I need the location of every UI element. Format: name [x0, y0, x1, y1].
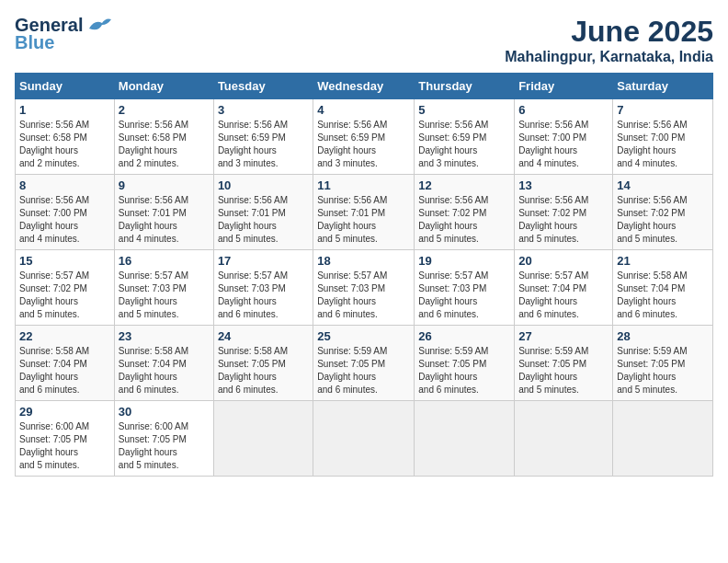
month-title: June 2025: [505, 15, 713, 49]
table-row: 9 Sunrise: 5:56 AM Sunset: 7:01 PM Dayli…: [114, 175, 213, 250]
table-row: [515, 401, 613, 477]
table-row: 14 Sunrise: 5:56 AM Sunset: 7:02 PM Dayl…: [613, 175, 713, 250]
table-row: [415, 401, 515, 477]
logo-bird-icon: [87, 16, 111, 34]
location-title: Mahalingpur, Karnataka, India: [505, 49, 713, 65]
day-info: Sunrise: 5:58 AM Sunset: 7:05 PM Dayligh…: [218, 345, 309, 396]
table-row: 29 Sunrise: 6:00 AM Sunset: 7:05 PM Dayl…: [16, 401, 115, 477]
day-info: Sunrise: 5:56 AM Sunset: 7:00 PM Dayligh…: [518, 119, 609, 170]
weekday-header-row: Sunday Monday Tuesday Wednesday Thursday…: [16, 74, 713, 99]
table-row: 17 Sunrise: 5:57 AM Sunset: 7:03 PM Dayl…: [213, 250, 313, 326]
day-number: 9: [119, 178, 210, 192]
logo-blue: Blue: [15, 32, 54, 53]
day-number: 15: [19, 254, 110, 268]
day-number: 19: [418, 254, 510, 268]
table-row: 3 Sunrise: 5:56 AM Sunset: 6:59 PM Dayli…: [213, 99, 313, 175]
table-row: 24 Sunrise: 5:58 AM Sunset: 7:05 PM Dayl…: [213, 326, 313, 401]
table-row: [313, 401, 415, 477]
header-tuesday: Tuesday: [213, 74, 313, 99]
table-row: 1 Sunrise: 5:56 AM Sunset: 6:58 PM Dayli…: [16, 99, 115, 175]
table-row: [213, 401, 313, 477]
calendar-week-row: 8 Sunrise: 5:56 AM Sunset: 7:00 PM Dayli…: [16, 175, 713, 250]
day-info: Sunrise: 5:57 AM Sunset: 7:03 PM Dayligh…: [218, 270, 309, 321]
logo: General Blue: [15, 15, 111, 53]
table-row: 20 Sunrise: 5:57 AM Sunset: 7:04 PM Dayl…: [515, 250, 613, 326]
day-info: Sunrise: 5:56 AM Sunset: 7:02 PM Dayligh…: [617, 194, 709, 246]
day-number: 26: [418, 329, 510, 343]
day-info: Sunrise: 5:56 AM Sunset: 6:59 PM Dayligh…: [218, 119, 309, 170]
day-number: 12: [418, 178, 510, 192]
header-sunday: Sunday: [16, 74, 115, 99]
day-number: 4: [317, 103, 410, 117]
table-row: 19 Sunrise: 5:57 AM Sunset: 7:03 PM Dayl…: [415, 250, 515, 326]
day-info: Sunrise: 5:56 AM Sunset: 7:01 PM Dayligh…: [218, 194, 309, 246]
day-number: 3: [218, 103, 309, 117]
day-info: Sunrise: 5:57 AM Sunset: 7:03 PM Dayligh…: [317, 270, 410, 321]
day-number: 25: [317, 329, 410, 343]
calendar-table: Sunday Monday Tuesday Wednesday Thursday…: [15, 73, 713, 477]
table-row: 21 Sunrise: 5:58 AM Sunset: 7:04 PM Dayl…: [613, 250, 713, 326]
table-row: [613, 401, 713, 477]
day-number: 2: [119, 103, 210, 117]
header-saturday: Saturday: [613, 74, 713, 99]
day-info: Sunrise: 5:59 AM Sunset: 7:05 PM Dayligh…: [518, 345, 609, 396]
day-number: 20: [518, 254, 609, 268]
day-info: Sunrise: 5:56 AM Sunset: 7:02 PM Dayligh…: [418, 194, 510, 246]
day-info: Sunrise: 5:57 AM Sunset: 7:03 PM Dayligh…: [418, 270, 510, 321]
header-wednesday: Wednesday: [313, 74, 415, 99]
day-info: Sunrise: 5:58 AM Sunset: 7:04 PM Dayligh…: [617, 270, 709, 321]
calendar-week-row: 22 Sunrise: 5:58 AM Sunset: 7:04 PM Dayl…: [16, 326, 713, 401]
day-info: Sunrise: 5:59 AM Sunset: 7:05 PM Dayligh…: [418, 345, 510, 396]
day-number: 14: [617, 178, 709, 192]
day-info: Sunrise: 5:57 AM Sunset: 7:02 PM Dayligh…: [19, 270, 110, 321]
header-monday: Monday: [114, 74, 213, 99]
table-row: 30 Sunrise: 6:00 AM Sunset: 7:05 PM Dayl…: [114, 401, 213, 477]
day-info: Sunrise: 5:56 AM Sunset: 7:01 PM Dayligh…: [317, 194, 410, 246]
table-row: 26 Sunrise: 5:59 AM Sunset: 7:05 PM Dayl…: [415, 326, 515, 401]
day-info: Sunrise: 5:56 AM Sunset: 6:59 PM Dayligh…: [317, 119, 410, 170]
table-row: 27 Sunrise: 5:59 AM Sunset: 7:05 PM Dayl…: [515, 326, 613, 401]
day-info: Sunrise: 5:56 AM Sunset: 6:59 PM Dayligh…: [418, 119, 510, 170]
day-info: Sunrise: 5:56 AM Sunset: 7:00 PM Dayligh…: [617, 119, 709, 170]
day-info: Sunrise: 5:58 AM Sunset: 7:04 PM Dayligh…: [19, 345, 110, 396]
table-row: 6 Sunrise: 5:56 AM Sunset: 7:00 PM Dayli…: [515, 99, 613, 175]
day-number: 21: [617, 254, 709, 268]
day-number: 1: [19, 103, 110, 117]
day-info: Sunrise: 5:59 AM Sunset: 7:05 PM Dayligh…: [317, 345, 410, 396]
day-info: Sunrise: 5:56 AM Sunset: 6:58 PM Dayligh…: [19, 119, 110, 170]
table-row: 28 Sunrise: 5:59 AM Sunset: 7:05 PM Dayl…: [613, 326, 713, 401]
table-row: 11 Sunrise: 5:56 AM Sunset: 7:01 PM Dayl…: [313, 175, 415, 250]
day-number: 18: [317, 254, 410, 268]
day-number: 8: [19, 178, 110, 192]
table-row: 10 Sunrise: 5:56 AM Sunset: 7:01 PM Dayl…: [213, 175, 313, 250]
title-area: June 2025 Mahalingpur, Karnataka, India: [505, 15, 713, 65]
day-number: 30: [119, 405, 210, 419]
calendar-week-row: 1 Sunrise: 5:56 AM Sunset: 6:58 PM Dayli…: [16, 99, 713, 175]
day-info: Sunrise: 5:56 AM Sunset: 6:58 PM Dayligh…: [119, 119, 210, 170]
calendar-week-row: 15 Sunrise: 5:57 AM Sunset: 7:02 PM Dayl…: [16, 250, 713, 326]
day-number: 5: [418, 103, 510, 117]
table-row: 22 Sunrise: 5:58 AM Sunset: 7:04 PM Dayl…: [16, 326, 115, 401]
calendar-week-row: 29 Sunrise: 6:00 AM Sunset: 7:05 PM Dayl…: [16, 401, 713, 477]
day-number: 10: [218, 178, 309, 192]
table-row: 25 Sunrise: 5:59 AM Sunset: 7:05 PM Dayl…: [313, 326, 415, 401]
table-row: 2 Sunrise: 5:56 AM Sunset: 6:58 PM Dayli…: [114, 99, 213, 175]
header-thursday: Thursday: [415, 74, 515, 99]
table-row: 13 Sunrise: 5:56 AM Sunset: 7:02 PM Dayl…: [515, 175, 613, 250]
day-info: Sunrise: 5:56 AM Sunset: 7:00 PM Dayligh…: [19, 194, 110, 246]
day-number: 29: [19, 405, 110, 419]
day-number: 16: [119, 254, 210, 268]
table-row: 16 Sunrise: 5:57 AM Sunset: 7:03 PM Dayl…: [114, 250, 213, 326]
day-number: 17: [218, 254, 309, 268]
table-row: 4 Sunrise: 5:56 AM Sunset: 6:59 PM Dayli…: [313, 99, 415, 175]
day-number: 28: [617, 329, 709, 343]
day-info: Sunrise: 5:57 AM Sunset: 7:04 PM Dayligh…: [518, 270, 609, 321]
day-info: Sunrise: 5:58 AM Sunset: 7:04 PM Dayligh…: [119, 345, 210, 396]
day-number: 27: [518, 329, 609, 343]
day-info: Sunrise: 5:56 AM Sunset: 7:02 PM Dayligh…: [518, 194, 609, 246]
table-row: 18 Sunrise: 5:57 AM Sunset: 7:03 PM Dayl…: [313, 250, 415, 326]
day-number: 23: [119, 329, 210, 343]
day-number: 11: [317, 178, 410, 192]
table-row: 23 Sunrise: 5:58 AM Sunset: 7:04 PM Dayl…: [114, 326, 213, 401]
table-row: 7 Sunrise: 5:56 AM Sunset: 7:00 PM Dayli…: [613, 99, 713, 175]
